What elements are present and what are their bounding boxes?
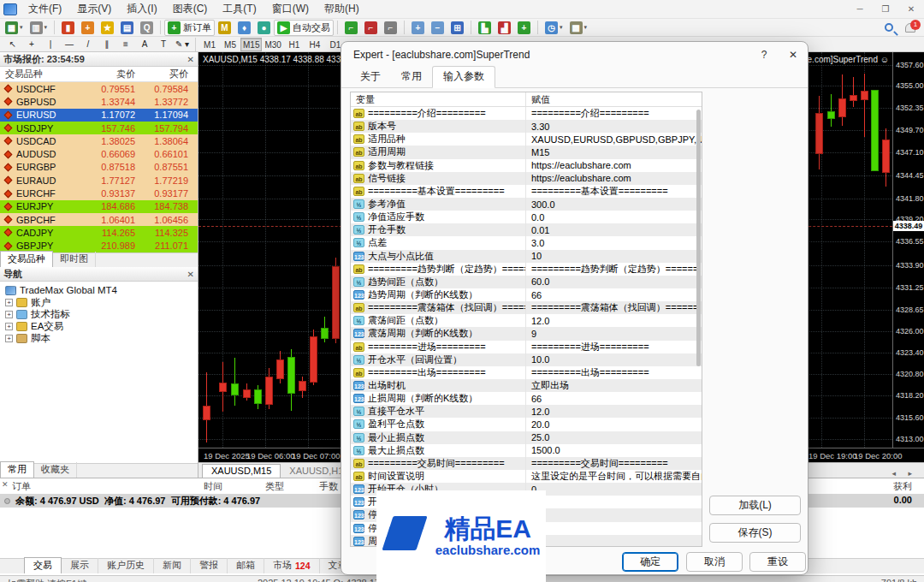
market-watch-row[interactable]: USDJPY157.746157.794	[0, 122, 198, 134]
new-order-button[interactable]: +新订单	[164, 20, 215, 36]
add-chart-button[interactable]: +	[514, 20, 534, 36]
parameter-row[interactable]: ½开仓水平（回调位置）10.0	[351, 353, 702, 366]
parameter-row[interactable]: ab参数与教程链接https://eaclubshare.com	[351, 159, 702, 172]
reset-button[interactable]: 重设	[749, 552, 806, 572]
parameter-value[interactable]: =========交易时间=========	[525, 457, 702, 470]
timeframe-m15[interactable]: M15	[240, 38, 262, 51]
menu-item-5[interactable]: 窗口(W)	[264, 0, 317, 18]
market-watch-row[interactable]: EURUSD1.170721.17094	[0, 109, 198, 122]
expand-plus-icon[interactable]: +	[5, 311, 13, 318]
parameter-row[interactable]: ½最小止损点数25.0	[351, 431, 702, 444]
market-watch-row[interactable]: GBPCHF1.064011.06456	[0, 213, 198, 226]
parameter-row[interactable]: 123止损周期（判断的K线数）66	[351, 392, 702, 405]
menu-item-3[interactable]: 图表(C)	[165, 0, 216, 18]
dialog-title-bar[interactable]: Expert - [eaclubshare.com]SuperTrend ? ✕	[341, 42, 808, 68]
period-down-button[interactable]: ▙	[475, 20, 495, 36]
market-watch-row[interactable]: EURJPY184.686184.738	[0, 200, 198, 213]
parameter-row[interactable]: ab信号链接https://eaclubshare.com	[351, 172, 702, 185]
objects-button[interactable]: ⌐	[381, 20, 400, 36]
terminal-tab-市场[interactable]: 市场124	[264, 558, 320, 573]
parameter-value[interactable]	[525, 508, 702, 521]
restore-button[interactable]: ❐	[873, 1, 898, 18]
cancel-button[interactable]: 取消	[686, 552, 743, 572]
parameter-row[interactable]: 123趋势周期（判断的K线数）66	[351, 288, 702, 301]
terminal-tab-交易[interactable]: 交易	[24, 557, 62, 573]
parameter-row[interactable]: ab=========震荡箱体（找回调）=====...=========震荡箱…	[351, 301, 702, 314]
notifications-bell-icon[interactable]: 1	[905, 23, 915, 33]
market-watch-row[interactable]: EURAUD1.771271.77219	[0, 174, 198, 187]
menu-item-1[interactable]: 显示(V)	[69, 0, 119, 18]
timeframe-h1[interactable]: H1	[284, 38, 305, 51]
parameter-row[interactable]: ½净值适应手数0.0	[351, 211, 702, 223]
menu-item-2[interactable]: 插入(I)	[119, 0, 164, 18]
parameter-value[interactable]: 60.0	[525, 276, 702, 288]
parameter-value[interactable]: =========出场=========	[525, 366, 702, 379]
parameter-value[interactable]: 20.0	[525, 418, 702, 431]
vline-tool-button[interactable]: |	[41, 38, 60, 51]
parameter-value[interactable]: =========趋势判断（定趋势）======...	[525, 263, 702, 276]
market-watch-row[interactable]: CADJPY114.265114.325	[0, 226, 198, 239]
parameter-value[interactable]: 25.0	[525, 431, 702, 444]
dialog-tab-关于[interactable]: 关于	[350, 67, 391, 87]
parameter-value[interactable]	[525, 535, 702, 547]
dialog-help-button[interactable]: ?	[749, 43, 779, 67]
market-watch-row[interactable]: EURGBP0.875180.87551	[0, 161, 198, 174]
save-button[interactable]: 保存(S)	[709, 523, 801, 543]
parameter-row[interactable]: ½开仓手数0.01	[351, 223, 702, 236]
parameter-value[interactable]: 1500.0	[525, 444, 702, 457]
autotrading-button[interactable]: ▶自动交易	[274, 20, 334, 36]
parameter-value[interactable]: 这里设定的是平台时间，可以根据需要自由调?..	[525, 470, 702, 483]
navigator-root[interactable]: TradeMax Global MT4	[0, 284, 198, 296]
parameter-row[interactable]: ab=========进场==================进场=======…	[351, 341, 702, 353]
clock-button[interactable]: ◷▾	[542, 20, 566, 36]
parameter-value[interactable]: 立即出场	[525, 379, 702, 392]
parameter-row[interactable]: ab=========趋势判断（定趋势）=====...=========趋势判…	[351, 263, 702, 276]
parameter-row[interactable]: ½震荡间距（点数）12.0	[351, 314, 702, 327]
label-tool-button[interactable]: T	[154, 38, 173, 51]
trendline-tool-button[interactable]: /	[79, 38, 98, 51]
expand-plus-icon[interactable]: +	[5, 335, 13, 342]
parameter-value[interactable]: 66	[525, 288, 702, 301]
market-watch-tab[interactable]: 即时图	[53, 252, 96, 267]
market-watch-row[interactable]: EURCHF0.931370.93177	[0, 187, 198, 199]
fibonacci-tool-button[interactable]: ≡	[116, 38, 135, 51]
market-watch-row[interactable]: AUDUSD0.660690.66101	[0, 147, 198, 160]
parameter-row[interactable]: ½最大止损点数1500.0	[351, 444, 702, 457]
tile-windows-button[interactable]: ⊞	[447, 20, 467, 36]
timeframe-m5[interactable]: M5	[220, 38, 240, 51]
period-up-button[interactable]: ▟	[495, 20, 514, 36]
parameter-value[interactable]: 0.01	[525, 223, 702, 236]
new-chart-button[interactable]: ▦▾	[2, 20, 27, 36]
navigator-button[interactable]: ★	[98, 20, 117, 36]
zoom-in-button[interactable]: +	[408, 20, 428, 36]
terminal-tab-邮箱[interactable]: 邮箱	[228, 558, 264, 573]
zoom-out-button[interactable]: −	[428, 20, 447, 36]
terminal-tab-新闻[interactable]: 新闻	[154, 558, 191, 573]
close-button[interactable]: ✕	[898, 1, 924, 18]
parameter-value[interactable]: 10	[525, 250, 702, 263]
parameter-row[interactable]: ab适用品种XAUUSD,EURUSD,GBPUSD,GBPJPY,USDJPY…	[351, 133, 702, 146]
parameter-value[interactable]: 3.0	[525, 236, 702, 249]
parameter-value[interactable]: 3.30	[525, 120, 702, 133]
parameter-row[interactable]: ab=========交易时间==================交易时间===…	[351, 457, 702, 470]
parameter-value[interactable]: https://eaclubshare.com	[525, 159, 702, 172]
parameter-value[interactable]: 10.0	[525, 353, 702, 366]
parameter-value[interactable]	[525, 496, 702, 508]
shapes-tool-button[interactable]: ✎ ▾	[173, 38, 192, 51]
dialog-tab-输入参数[interactable]: 输入参数	[432, 66, 495, 88]
parameter-value[interactable]: 9	[525, 327, 702, 340]
text-tool-button[interactable]: A	[135, 38, 154, 51]
parameter-value[interactable]: 12.0	[525, 405, 702, 418]
parameter-row[interactable]: ab=========介绍==================介绍=======…	[351, 107, 702, 120]
parameter-row[interactable]: ab版本号3.30	[351, 120, 702, 133]
menu-item-4[interactable]: 工具(T)	[215, 0, 264, 18]
expand-plus-icon[interactable]: +	[5, 323, 13, 330]
parameter-value[interactable]: =========震荡箱体（找回调）======...	[525, 301, 702, 314]
terminal-close-icon[interactable]: ✕	[2, 480, 9, 489]
cursor-tool-button[interactable]: ↖	[3, 38, 22, 51]
parameter-row[interactable]: ½趋势间距（点数）60.0	[351, 276, 702, 288]
parameter-value[interactable]: 0	[525, 483, 702, 496]
indicators-up-button[interactable]: ⌐	[341, 20, 361, 36]
navigator-item-技术指标[interactable]: +技术指标	[0, 308, 198, 320]
timeframe-h4[interactable]: H4	[305, 38, 325, 51]
